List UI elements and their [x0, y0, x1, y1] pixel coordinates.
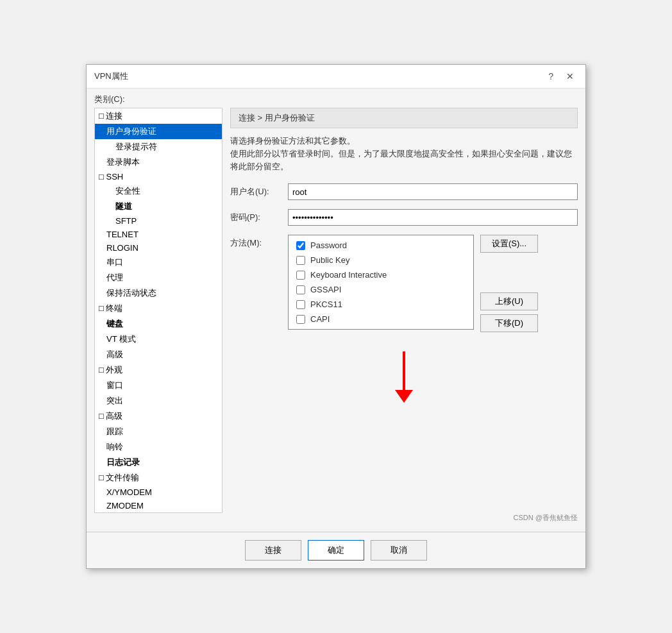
- sidebar-item-security[interactable]: 安全性: [95, 183, 222, 199]
- title-bar: VPN属性 ? ✕: [87, 65, 585, 89]
- username-input[interactable]: [288, 183, 578, 200]
- sidebar-item-telnet[interactable]: TELNET: [95, 228, 222, 241]
- title-bar-controls: ? ✕: [544, 70, 578, 83]
- sidebar-item-tunnel[interactable]: 隧道: [95, 199, 222, 214]
- sidebar-item-keepalive[interactable]: 保持活动状态: [95, 285, 222, 301]
- sidebar-item-terminal[interactable]: □ 终端: [95, 301, 222, 316]
- checkbox-label-public-key: Public Key: [310, 255, 349, 265]
- checkbox-input-keyboard[interactable]: [296, 271, 305, 280]
- username-label: 用户名(U):: [230, 186, 288, 198]
- sidebar-tree: □ 连接用户身份验证登录提示符登录脚本□ SSH安全性隧道SFTPTELNETR…: [94, 108, 223, 513]
- checkbox-input-pkcs11[interactable]: [296, 300, 305, 309]
- sidebar-item-login-script[interactable]: 登录脚本: [95, 155, 222, 170]
- checkbox-input-capi[interactable]: [296, 315, 305, 324]
- password-input[interactable]: [288, 209, 578, 226]
- method-checkbox-gssapi[interactable]: GSSAPI: [296, 285, 466, 294]
- footer-buttons: 连接 确定 取消: [87, 532, 585, 568]
- sidebar-item-highlight[interactable]: 突出: [95, 393, 222, 409]
- sidebar-item-log[interactable]: 日志记录: [95, 455, 222, 470]
- method-checkbox-password[interactable]: Password: [296, 241, 466, 250]
- method-content: PasswordPublic KeyKeyboard InteractiveGS…: [288, 235, 538, 332]
- watermark: CSDN @香焦鱿鱼怪: [87, 513, 585, 525]
- sidebar-item-login-prompt[interactable]: 登录提示符: [95, 139, 222, 155]
- settings-button[interactable]: 设置(S)...: [480, 235, 538, 253]
- checkbox-label-gssapi: GSSAPI: [310, 285, 341, 294]
- close-button[interactable]: ✕: [562, 70, 578, 83]
- breadcrumb: 连接 > 用户身份验证: [230, 108, 578, 128]
- move-up-button[interactable]: 上移(U): [480, 292, 538, 310]
- sidebar-item-proxy[interactable]: 代理: [95, 270, 222, 285]
- move-down-button[interactable]: 下移(D): [480, 314, 538, 332]
- connect-button[interactable]: 连接: [245, 540, 301, 561]
- method-checkbox-keyboard[interactable]: Keyboard Interactive: [296, 270, 466, 280]
- sidebar-item-keyboard[interactable]: 键盘: [95, 316, 222, 332]
- description: 请选择身份验证方法和其它参数。 使用此部分以节省登录时间。但是，为了最大限度地提…: [230, 135, 578, 173]
- sidebar-item-filetransfer[interactable]: □ 文件传输: [95, 470, 222, 485]
- checkbox-input-public-key[interactable]: [296, 256, 305, 265]
- checkbox-label-keyboard: Keyboard Interactive: [310, 270, 387, 280]
- checkbox-label-capi: CAPI: [310, 314, 330, 324]
- cancel-button[interactable]: 取消: [371, 540, 427, 561]
- username-row: 用户名(U):: [230, 183, 578, 200]
- sidebar-item-vt-mode[interactable]: VT 模式: [95, 332, 222, 347]
- sidebar-item-window[interactable]: 窗口: [95, 378, 222, 393]
- main-panel: 连接 > 用户身份验证 请选择身份验证方法和其它参数。 使用此部分以节省登录时间…: [223, 108, 585, 513]
- method-checkbox-pkcs11[interactable]: PKCS11: [296, 300, 466, 309]
- password-row: 密码(P):: [230, 209, 578, 226]
- side-buttons: 设置(S)... 上移(U) 下移(D): [480, 235, 538, 332]
- description-line1: 请选择身份验证方法和其它参数。: [230, 135, 578, 148]
- category-label: 类别(C):: [87, 89, 585, 108]
- method-checkbox-public-key[interactable]: Public Key: [296, 255, 466, 265]
- sidebar-item-advanced2[interactable]: □ 高级: [95, 409, 222, 424]
- checkbox-label-pkcs11: PKCS11: [310, 300, 342, 309]
- method-label: 方法(M):: [230, 235, 288, 249]
- sidebar-item-connect[interactable]: □ 连接: [95, 108, 222, 124]
- sidebar-item-appearance[interactable]: □ 外观: [95, 362, 222, 378]
- sidebar-item-trace[interactable]: 跟踪: [95, 424, 222, 439]
- sidebar-item-serial[interactable]: 串口: [95, 255, 222, 270]
- ok-button[interactable]: 确定: [308, 540, 364, 561]
- dialog-body: □ 连接用户身份验证登录提示符登录脚本□ SSH安全性隧道SFTPTELNETR…: [87, 108, 585, 513]
- help-button[interactable]: ?: [544, 70, 557, 83]
- arrow-indicator-down: [230, 339, 578, 403]
- description-line2: 使用此部分以节省登录时间。但是，为了最大限度地提高安全性，如果担心安全问题，建议…: [230, 148, 578, 173]
- sidebar-item-bell[interactable]: 响铃: [95, 439, 222, 455]
- sidebar-item-zmodem[interactable]: ZMODEM: [95, 499, 222, 512]
- sidebar-item-sftp[interactable]: SFTP: [95, 214, 222, 228]
- checkbox-input-password[interactable]: [296, 241, 305, 250]
- sidebar-item-rlogin[interactable]: RLOGIN: [95, 241, 222, 255]
- password-label: 密码(P):: [230, 212, 288, 223]
- checkbox-label-password: Password: [310, 241, 347, 250]
- sidebar-item-ssh[interactable]: □ SSH: [95, 170, 222, 183]
- vpn-properties-dialog: VPN属性 ? ✕ 类别(C): □ 连接用户身份验证登录提示符登录脚本□ SS…: [86, 64, 586, 569]
- sidebar-item-user-auth[interactable]: 用户身份验证: [95, 124, 222, 139]
- method-checkbox-capi[interactable]: CAPI: [296, 314, 466, 324]
- method-checkbox-list: PasswordPublic KeyKeyboard InteractiveGS…: [288, 235, 474, 330]
- method-row: 方法(M): PasswordPublic KeyKeyboard Intera…: [230, 235, 578, 332]
- dialog-title: VPN属性: [94, 71, 128, 82]
- sidebar-item-advanced[interactable]: 高级: [95, 347, 222, 362]
- sidebar-item-xymodem[interactable]: X/YMODEM: [95, 485, 222, 499]
- checkbox-input-gssapi[interactable]: [296, 285, 305, 294]
